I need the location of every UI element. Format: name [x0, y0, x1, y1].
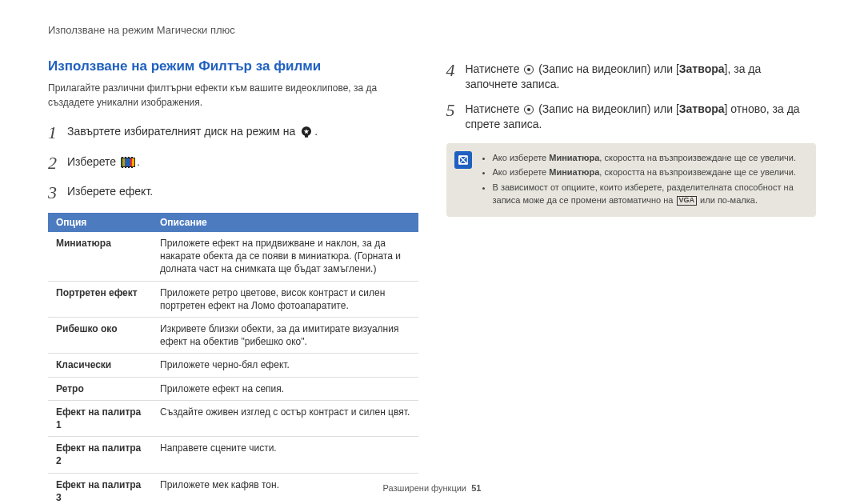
record-icon [524, 105, 534, 114]
table-header-desc: Описание [152, 213, 418, 232]
step-text-pre: Натиснете [466, 62, 520, 75]
step-number: 5 [446, 98, 466, 122]
table-cell-desc: Приложете ефект на сепия. [152, 377, 418, 400]
step-text: Изберете ефект. [67, 181, 153, 199]
options-table: Опция Описание МиниатюраПриложете ефект … [48, 213, 418, 504]
step-number: 3 [48, 181, 67, 205]
table-row: Рибешко окоИзкривете близки обекти, за д… [48, 318, 418, 354]
table-cell-desc: Приложете черно-бял ефект. [152, 354, 418, 377]
note-text: , скоростта на възпроизвеждане ще се уве… [599, 167, 796, 177]
table-cell-desc: Направете сцените чисти. [152, 437, 418, 473]
step-text: Натиснете (Запис на видеоклип) или [Затв… [466, 58, 817, 92]
table-cell-option: Портретен ефект [48, 281, 152, 317]
step-text: Завъртете избирателният диск на режим на… [67, 121, 318, 139]
note-text: Ако изберете [493, 153, 550, 162]
step-number: 4 [446, 58, 466, 82]
step-text: Изберете . [67, 151, 140, 170]
table-row: Ефект на палитра 2Направете сцените чист… [48, 437, 418, 473]
step-5: 5 Натиснете (Запис на видеоклип) или [За… [446, 98, 817, 132]
page-footer: Разширени функции 51 [0, 483, 864, 493]
footer-page: 51 [471, 483, 481, 493]
breadcrumb-header: Използване на режим Магически плюс [48, 24, 816, 36]
filmstrip-icon [121, 158, 135, 167]
step-text-content: Завъртете избирателният диск на режим на [67, 125, 295, 138]
table-cell-option: Класически [48, 354, 152, 377]
table-cell-option: Миниатюра [48, 232, 152, 281]
step-number: 2 [48, 151, 67, 175]
note-bullet: Ако изберете Миниатюра, скоростта на въз… [493, 166, 806, 179]
vga-badge: VGA [677, 196, 698, 206]
step-3: 3 Изберете ефект. [48, 181, 418, 205]
step-1: 1 Завъртете избирателният диск на режим … [48, 121, 418, 145]
step-text-content: Изберете [67, 155, 116, 168]
step-text-mid: (Запис на видеоклип) или [ [538, 62, 679, 75]
note-text: , скоростта на възпроизвеждане ще се уве… [599, 153, 796, 162]
table-row: Ефект на палитра 1Създайте оживен изглед… [48, 400, 418, 436]
table-header-option: Опция [48, 213, 152, 232]
step-text-mid: (Запис на видеоклип) или [ [538, 102, 679, 115]
table-cell-desc: Приложете ефект на придвижване и наклон,… [152, 232, 418, 281]
note-icon [454, 151, 472, 169]
note-bullet: Ако изберете Миниатюра, скоростта на въз… [493, 151, 806, 165]
step-text-bold: Затвора [679, 102, 725, 115]
note-text: Ако изберете [493, 167, 550, 177]
step-4: 4 Натиснете (Запис на видеоклип) или [За… [446, 58, 817, 92]
step-text: Натиснете (Запис на видеоклип) или [Затв… [466, 98, 817, 132]
table-row: КласическиПриложете черно-бял ефект. [48, 354, 418, 377]
table-cell-option: Ефект на палитра 2 [48, 437, 152, 473]
note-bullet: В зависимост от опциите, които изберете,… [493, 181, 806, 207]
note-bold: Миниатюра [549, 167, 599, 177]
note-text: или по-малка. [698, 195, 758, 205]
note-bold: Миниатюра [549, 153, 599, 162]
table-cell-option: Рибешко око [48, 318, 152, 354]
table-row: РетроПриложете ефект на сепия. [48, 377, 418, 400]
note-box: Ако изберете Миниатюра, скоростта на въз… [446, 143, 817, 217]
record-icon [524, 65, 534, 74]
step-text-bold: Затвора [679, 62, 725, 75]
table-cell-desc: Създайте оживен изглед с остър контраст … [152, 400, 418, 436]
left-column: Използване на режим Филтър за филми Прил… [48, 58, 418, 504]
step-2: 2 Изберете . [48, 151, 418, 175]
table-cell-desc: Приложете ретро цветове, висок контраст … [152, 281, 418, 317]
right-column: 4 Натиснете (Запис на видеоклип) или [За… [446, 58, 817, 504]
section-intro: Прилагайте различни филтърни ефекти към … [48, 81, 418, 110]
table-cell-desc: Изкривете близки обекти, за да имитирате… [152, 318, 418, 354]
step-text-pre: Натиснете [466, 102, 520, 115]
table-row: МиниатюраПриложете ефект на придвижване … [48, 232, 418, 281]
step-number: 1 [48, 121, 67, 145]
section-title: Използване на режим Филтър за филми [48, 58, 418, 74]
mode-dial-icon [300, 126, 313, 138]
table-row: Портретен ефектПриложете ретро цветове, … [48, 281, 418, 317]
table-cell-option: Ефект на палитра 1 [48, 400, 152, 436]
footer-text: Разширени функции [383, 483, 466, 493]
table-cell-option: Ретро [48, 377, 152, 400]
